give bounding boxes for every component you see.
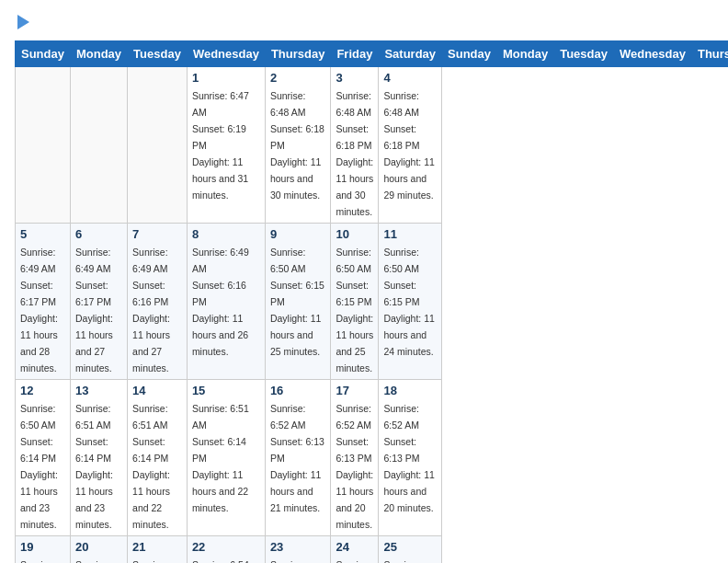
day-number: 5 (20, 227, 65, 241)
day-number: 15 (192, 384, 260, 397)
calendar-cell: 16Sunrise: 6:52 AMSunset: 6:13 PMDayligh… (265, 380, 331, 536)
calendar-cell: 4Sunrise: 6:48 AMSunset: 6:18 PMDaylight… (379, 67, 442, 224)
day-header-monday: Monday (497, 41, 554, 67)
logo-arrow-icon (17, 15, 29, 29)
day-info: Sunrise: 6:51 AMSunset: 6:14 PMDaylight:… (192, 403, 249, 513)
day-info: Sunrise: 6:54 AMSunset: 6:12 PMDaylight:… (336, 559, 373, 563)
calendar-cell: 23Sunrise: 6:54 AMSunset: 6:12 PMDayligh… (265, 536, 331, 564)
day-info: Sunrise: 6:51 AMSunset: 6:14 PMDaylight:… (75, 403, 113, 530)
calendar-week-row: 12Sunrise: 6:50 AMSunset: 6:14 PMDayligh… (16, 380, 729, 536)
calendar-cell: 9Sunrise: 6:50 AMSunset: 6:15 PMDaylight… (265, 224, 331, 380)
day-info: Sunrise: 6:49 AMSunset: 6:17 PMDaylight:… (20, 247, 58, 373)
day-info: Sunrise: 6:49 AMSunset: 6:17 PMDaylight:… (75, 247, 113, 373)
day-info: Sunrise: 6:48 AMSunset: 6:18 PMDaylight:… (336, 90, 373, 217)
day-number: 3 (336, 71, 373, 85)
day-header-sunday: Sunday (16, 41, 71, 67)
calendar-week-row: 1Sunrise: 6:47 AMSunset: 6:19 PMDaylight… (16, 67, 729, 224)
calendar-cell: 6Sunrise: 6:49 AMSunset: 6:17 PMDaylight… (70, 224, 127, 380)
day-number: 16 (270, 384, 326, 397)
day-info: Sunrise: 6:52 AMSunset: 6:13 PMDaylight:… (336, 403, 373, 530)
day-number: 14 (132, 384, 182, 397)
day-header-saturday: Saturday (379, 41, 442, 67)
day-info: Sunrise: 6:49 AMSunset: 6:16 PMDaylight:… (132, 247, 170, 373)
day-info: Sunrise: 6:54 AMSunset: 6:12 PMDaylight:… (270, 559, 324, 563)
calendar-cell: 21Sunrise: 6:53 AMSunset: 6:12 PMDayligh… (128, 536, 188, 564)
calendar-week-row: 5Sunrise: 6:49 AMSunset: 6:17 PMDaylight… (16, 224, 729, 380)
day-header-sunday: Sunday (442, 41, 497, 67)
calendar-cell: 25Sunrise: 6:55 AMSunset: 6:11 PMDayligh… (379, 536, 442, 564)
day-number: 19 (20, 540, 65, 554)
calendar-cell: 15Sunrise: 6:51 AMSunset: 6:14 PMDayligh… (187, 380, 265, 536)
day-info: Sunrise: 6:50 AMSunset: 6:15 PMDaylight:… (270, 247, 324, 357)
calendar-cell: 24Sunrise: 6:54 AMSunset: 6:12 PMDayligh… (331, 536, 379, 564)
day-number: 7 (132, 227, 182, 241)
day-number: 12 (20, 384, 65, 397)
day-number: 4 (383, 71, 437, 85)
calendar-cell: 7Sunrise: 6:49 AMSunset: 6:16 PMDaylight… (128, 224, 188, 380)
day-info: Sunrise: 6:51 AMSunset: 6:14 PMDaylight:… (132, 403, 170, 530)
day-info: Sunrise: 6:55 AMSunset: 6:11 PMDaylight:… (383, 559, 434, 563)
day-number: 23 (270, 540, 326, 554)
day-number: 11 (383, 227, 437, 241)
day-header-friday: Friday (331, 41, 379, 67)
day-info: Sunrise: 6:49 AMSunset: 6:16 PMDaylight:… (192, 247, 249, 357)
day-number: 24 (336, 540, 373, 554)
day-number: 25 (383, 540, 437, 554)
logo (15, 15, 29, 33)
calendar-cell: 22Sunrise: 6:54 AMSunset: 6:12 PMDayligh… (187, 536, 265, 564)
day-info: Sunrise: 6:52 AMSunset: 6:13 PMDaylight:… (383, 403, 434, 513)
calendar-cell: 5Sunrise: 6:49 AMSunset: 6:17 PMDaylight… (16, 224, 71, 380)
day-info: Sunrise: 6:52 AMSunset: 6:13 PMDaylight:… (270, 403, 324, 513)
day-info: Sunrise: 6:53 AMSunset: 6:12 PMDaylight:… (75, 559, 113, 563)
calendar-cell: 8Sunrise: 6:49 AMSunset: 6:16 PMDaylight… (187, 224, 265, 380)
day-info: Sunrise: 6:53 AMSunset: 6:12 PMDaylight:… (132, 559, 170, 563)
day-number: 13 (75, 384, 122, 397)
calendar-table: SundayMondayTuesdayWednesdayThursdayFrid… (15, 40, 728, 563)
day-number: 6 (75, 227, 122, 241)
day-header-tuesday: Tuesday (128, 41, 188, 67)
day-number: 22 (192, 540, 260, 554)
day-number: 18 (383, 384, 437, 397)
day-header-tuesday: Tuesday (554, 41, 614, 67)
calendar-cell (128, 67, 188, 224)
calendar-cell: 11Sunrise: 6:50 AMSunset: 6:15 PMDayligh… (379, 224, 442, 380)
calendar-cell: 1Sunrise: 6:47 AMSunset: 6:19 PMDaylight… (187, 67, 265, 224)
calendar-cell: 18Sunrise: 6:52 AMSunset: 6:13 PMDayligh… (379, 380, 442, 536)
day-header-thursday: Thursday (265, 41, 331, 67)
calendar-cell: 19Sunrise: 6:53 AMSunset: 6:12 PMDayligh… (16, 536, 71, 564)
day-number: 9 (270, 227, 326, 241)
calendar-cell: 10Sunrise: 6:50 AMSunset: 6:15 PMDayligh… (331, 224, 379, 380)
calendar-header-row: SundayMondayTuesdayWednesdayThursdayFrid… (16, 41, 729, 67)
calendar-cell: 3Sunrise: 6:48 AMSunset: 6:18 PMDaylight… (331, 67, 379, 224)
calendar-cell: 2Sunrise: 6:48 AMSunset: 6:18 PMDaylight… (265, 67, 331, 224)
day-number: 1 (192, 71, 260, 85)
calendar-week-row: 19Sunrise: 6:53 AMSunset: 6:12 PMDayligh… (16, 536, 729, 564)
day-info: Sunrise: 6:53 AMSunset: 6:12 PMDaylight:… (20, 559, 58, 563)
day-info: Sunrise: 6:50 AMSunset: 6:15 PMDaylight:… (336, 247, 373, 373)
calendar-cell (70, 67, 127, 224)
day-number: 8 (192, 227, 260, 241)
calendar-cell: 17Sunrise: 6:52 AMSunset: 6:13 PMDayligh… (331, 380, 379, 536)
day-info: Sunrise: 6:48 AMSunset: 6:18 PMDaylight:… (383, 90, 434, 201)
day-info: Sunrise: 6:50 AMSunset: 6:15 PMDaylight:… (383, 247, 434, 357)
calendar-cell: 13Sunrise: 6:51 AMSunset: 6:14 PMDayligh… (70, 380, 127, 536)
day-header-wednesday: Wednesday (613, 41, 691, 67)
day-info: Sunrise: 6:50 AMSunset: 6:14 PMDaylight:… (20, 403, 58, 530)
day-number: 10 (336, 227, 373, 241)
day-number: 2 (270, 71, 326, 85)
day-number: 21 (132, 540, 182, 554)
page-header (15, 15, 713, 33)
day-header-wednesday: Wednesday (187, 41, 265, 67)
calendar-cell (16, 67, 71, 224)
day-info: Sunrise: 6:47 AMSunset: 6:19 PMDaylight:… (192, 90, 249, 201)
day-header-monday: Monday (70, 41, 127, 67)
day-number: 20 (75, 540, 122, 554)
day-info: Sunrise: 6:54 AMSunset: 6:12 PMDaylight:… (192, 559, 249, 563)
calendar-cell: 20Sunrise: 6:53 AMSunset: 6:12 PMDayligh… (70, 536, 127, 564)
day-number: 17 (336, 384, 373, 397)
calendar-cell: 12Sunrise: 6:50 AMSunset: 6:14 PMDayligh… (16, 380, 71, 536)
calendar-cell: 14Sunrise: 6:51 AMSunset: 6:14 PMDayligh… (128, 380, 188, 536)
day-info: Sunrise: 6:48 AMSunset: 6:18 PMDaylight:… (270, 90, 324, 201)
day-header-thursday: Thursday (691, 41, 728, 67)
